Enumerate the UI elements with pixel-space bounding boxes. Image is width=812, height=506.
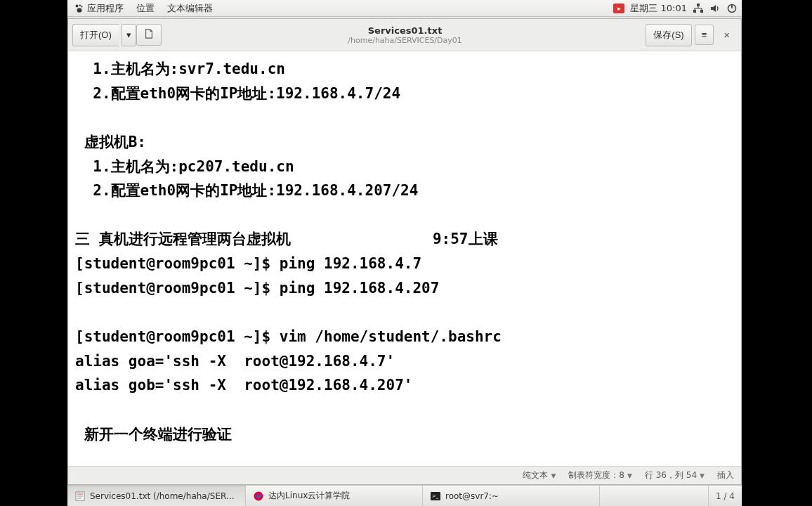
insert-mode[interactable]: 插入 [717,469,734,481]
insert-mode-label: 插入 [717,469,734,481]
close-button[interactable]: × [716,25,737,45]
tab-width-label: 制表符宽度：8 [568,469,624,481]
workspace-pager[interactable]: 1 / 4 [708,486,742,506]
text-editor-menu[interactable]: 文本编辑器 [164,2,216,15]
cursor-position-label: 行 36，列 54 [645,469,697,481]
taskbar-item-browser[interactable]: 达内Linux云计算学院 [246,486,423,506]
applications-menu[interactable]: 应用程序 [72,2,126,15]
taskbar-item-label: root@svr7:~ [445,491,499,501]
taskbar-item-terminal[interactable]: >_ root@svr7:~ [423,486,600,506]
text-editor-label: 文本编辑器 [167,3,213,13]
editor-window: 打开(O) ▾ Services01.txt /home/haha/SERVIC… [67,18,742,485]
svg-point-1 [79,4,81,6]
top-panel: 应用程序 位置 文本编辑器 ▸ 星期三 10:01 [67,0,742,17]
panel-left: 应用程序 位置 文本编辑器 [72,2,216,15]
svg-point-2 [81,6,82,7]
editor-content[interactable]: 1.主机名为:svr7.tedu.cn 2.配置eth0网卡的IP地址:192.… [68,51,741,466]
svg-text:>_: >_ [432,493,439,499]
toolbar-right: 保存(S) ≡ × [646,24,737,46]
editor-toolbar: 打开(O) ▾ Services01.txt /home/haha/SERVIC… [68,19,741,51]
panel-right: ▸ 星期三 10:01 [613,2,738,15]
network-icon[interactable] [693,3,704,14]
menu-button[interactable]: ≡ [695,25,714,45]
svg-rect-4 [697,4,700,6]
syntax-label: 纯文本 [523,469,548,481]
syntax-selector[interactable]: 纯文本 ▼ [523,469,556,481]
gnome-foot-icon [74,4,84,13]
taskbar-item-editor[interactable]: Services01.txt (/home/haha/SERVIC… [67,486,246,506]
applications-label: 应用程序 [87,2,124,15]
clock[interactable]: 星期三 10:01 [630,2,687,15]
hamburger-icon: ≡ [702,30,707,40]
title-area: Services01.txt /home/haha/SERVICES/Day01 [164,25,646,45]
save-label: 保存(S) [653,29,683,41]
power-icon[interactable] [726,3,738,14]
svg-rect-5 [693,10,696,13]
svg-point-3 [77,8,82,12]
text-editor-icon [74,491,86,502]
places-label: 位置 [136,3,155,13]
open-button[interactable]: 打开(O) [72,24,119,46]
volume-icon[interactable] [709,3,721,14]
chevron-down-icon: ▾ [126,30,131,40]
pager-label: 1 / 4 [716,491,735,501]
desktop: 应用程序 位置 文本编辑器 ▸ 星期三 10:01 [67,0,742,506]
svg-point-14 [257,494,261,498]
svg-point-0 [76,4,79,7]
document-icon [144,29,154,41]
globe-icon [253,491,264,502]
places-menu[interactable]: 位置 [133,2,157,15]
taskbar: Services01.txt (/home/haha/SERVIC… 达内Lin… [67,485,742,506]
status-bar: 纯文本 ▼ 制表符宽度：8 ▼ 行 36，列 54 ▼ 插入 [68,466,741,484]
terminal-icon: >_ [430,491,441,502]
chevron-down-icon: ▼ [700,472,705,479]
taskbar-item-label: Services01.txt (/home/haha/SERVIC… [90,491,238,501]
svg-rect-6 [700,10,703,13]
cursor-position-selector[interactable]: 行 36，列 54 ▼ [645,469,705,481]
notification-icon[interactable]: ▸ [613,3,624,14]
document-path: /home/haha/SERVICES/Day01 [164,36,646,45]
chevron-down-icon: ▼ [627,472,632,479]
open-button-group: 打开(O) ▾ [72,24,136,46]
chevron-down-icon: ▼ [551,472,556,479]
open-dropdown-button[interactable]: ▾ [122,24,136,46]
taskbar-item-label: 达内Linux云计算学院 [268,490,350,502]
document-title: Services01.txt [164,25,646,36]
save-button[interactable]: 保存(S) [646,24,691,46]
open-label: 打开(O) [80,29,112,41]
new-document-button[interactable] [136,24,162,46]
tab-width-selector[interactable]: 制表符宽度：8 ▼ [568,469,632,481]
close-icon: × [723,29,730,41]
